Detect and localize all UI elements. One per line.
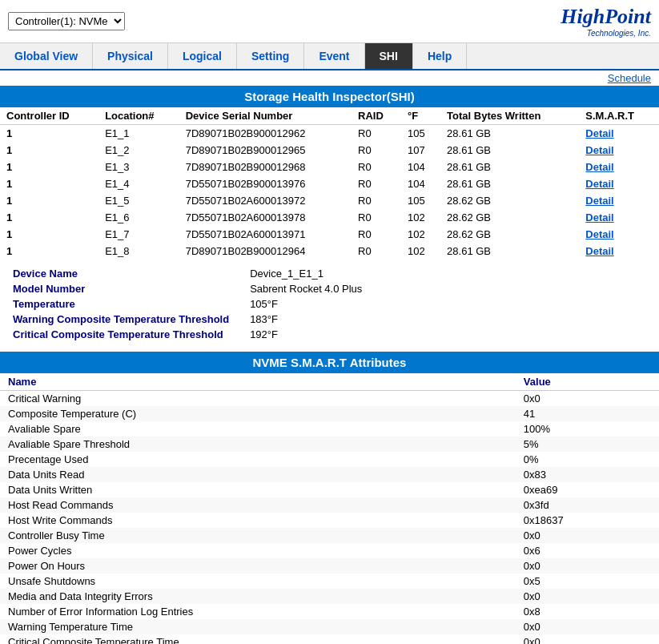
device-info-label: Warning Composite Temperature Threshold <box>8 312 234 327</box>
cell-controller-id: 1 <box>0 159 98 175</box>
smart-attr-name: Data Units Read <box>0 467 516 482</box>
device-info-value: 105°F <box>234 296 367 312</box>
smart-attr-value: 5% <box>516 437 659 452</box>
smart-attr-name: Media and Data Integrity Errors <box>0 589 516 604</box>
cell-raid: R0 <box>352 142 401 159</box>
col-controller-id: Controller ID <box>0 107 98 125</box>
smart-attr-name: Data Units Written <box>0 482 516 497</box>
cell-location: E1_7 <box>98 226 179 243</box>
smart-row: Controller Busy Time 0x0 <box>0 528 659 543</box>
smart-attr-name: Number of Error Information Log Entries <box>0 604 516 619</box>
smart-attr-value: 0x0 <box>516 528 659 543</box>
device-info-value: Sabrent Rocket 4.0 Plus <box>234 281 367 296</box>
smart-attr-value: 0x6 <box>516 543 659 558</box>
smart-row: Critical Composite Temperature Time 0x0 <box>0 634 659 644</box>
smart-attr-name: Critical Composite Temperature Time <box>0 634 516 644</box>
cell-temp: 104 <box>401 175 440 192</box>
cell-controller-id: 1 <box>0 142 98 159</box>
nav-event[interactable]: Event <box>304 43 364 69</box>
smart-attr-value: 0x8 <box>516 604 659 619</box>
col-raid: RAID <box>352 107 401 125</box>
nav-logical[interactable]: Logical <box>168 43 237 69</box>
smart-attr-name: Unsafe Shutdowns <box>0 574 516 589</box>
cell-location: E1_6 <box>98 209 179 226</box>
cell-detail[interactable]: Detail <box>579 142 659 159</box>
cell-serial: 7D89071B02B900012962 <box>179 125 352 143</box>
cell-detail[interactable]: Detail <box>579 209 659 226</box>
cell-total-written: 28.61 GB <box>440 243 579 260</box>
cell-detail[interactable]: Detail <box>579 175 659 192</box>
smart-attr-value: 0x0 <box>516 558 659 574</box>
smart-row: Precentage Used 0% <box>0 452 659 467</box>
smart-attr-value: 41 <box>516 406 659 421</box>
device-info-row: Temperature 105°F <box>8 296 367 312</box>
cell-location: E1_1 <box>98 125 179 143</box>
nav-shi[interactable]: SHI <box>365 43 413 69</box>
cell-location: E1_3 <box>98 159 179 175</box>
cell-raid: R0 <box>352 192 401 209</box>
cell-total-written: 28.62 GB <box>440 209 579 226</box>
device-info-value: 192°F <box>234 327 367 342</box>
cell-raid: R0 <box>352 243 401 260</box>
cell-serial: 7D55071B02B900013976 <box>179 175 352 192</box>
cell-detail[interactable]: Detail <box>579 192 659 209</box>
cell-serial: 7D89071B02B900012964 <box>179 243 352 260</box>
nav-setting[interactable]: Setting <box>237 43 304 69</box>
table-row: 1 E1_6 7D55071B02A600013978 R0 102 28.62… <box>0 209 659 226</box>
device-info-row: Warning Composite Temperature Threshold … <box>8 312 367 327</box>
nav-physical[interactable]: Physical <box>93 43 168 69</box>
cell-raid: R0 <box>352 125 401 143</box>
cell-serial: 7D55071B02A600013978 <box>179 209 352 226</box>
nav-bar: Global View Physical Logical Setting Eve… <box>0 43 659 70</box>
col-total-written: Total Bytes Written <box>440 107 579 125</box>
top-bar: Controller(1): NVMe HighPoint Technologi… <box>0 0 659 43</box>
cell-location: E1_4 <box>98 175 179 192</box>
cell-detail[interactable]: Detail <box>579 226 659 243</box>
cell-raid: R0 <box>352 175 401 192</box>
smart-attr-name: Controller Busy Time <box>0 528 516 543</box>
cell-detail[interactable]: Detail <box>579 125 659 143</box>
table-row: 1 E1_2 7D89071B02B900012965 R0 107 28.61… <box>0 142 659 159</box>
smart-attr-value: 0x0 <box>516 391 659 407</box>
cell-detail[interactable]: Detail <box>579 159 659 175</box>
cell-serial: 7D89071B02B900012965 <box>179 142 352 159</box>
controller-select[interactable]: Controller(1): NVMe <box>8 12 125 30</box>
cell-serial: 7D55071B02A600013972 <box>179 192 352 209</box>
smart-attr-value: 0x83 <box>516 467 659 482</box>
cell-temp: 105 <box>401 125 440 143</box>
cell-total-written: 28.61 GB <box>440 142 579 159</box>
smart-attr-value: 0x18637 <box>516 513 659 528</box>
cell-controller-id: 1 <box>0 175 98 192</box>
cell-controller-id: 1 <box>0 125 98 143</box>
table-row: 1 E1_5 7D55071B02A600013972 R0 105 28.62… <box>0 192 659 209</box>
smart-col-name: Name <box>0 373 516 391</box>
device-info-label: Temperature <box>8 296 234 312</box>
col-temp: °F <box>401 107 440 125</box>
cell-temp: 105 <box>401 192 440 209</box>
smart-attr-name: Warning Temperature Time <box>0 619 516 634</box>
device-info-row: Critical Composite Temperature Threshold… <box>8 327 367 342</box>
smart-attr-name: Host Read Commands <box>0 497 516 513</box>
cell-location: E1_8 <box>98 243 179 260</box>
nav-help[interactable]: Help <box>413 43 467 69</box>
smart-row: Composite Temperature (C) 41 <box>0 406 659 421</box>
cell-temp: 104 <box>401 159 440 175</box>
nav-global-view[interactable]: Global View <box>0 43 93 69</box>
smart-attr-value: 0x0 <box>516 589 659 604</box>
smart-attr-name: Host Write Commands <box>0 513 516 528</box>
schedule-link[interactable]: Schedule <box>608 72 651 84</box>
device-info-row: Model Number Sabrent Rocket 4.0 Plus <box>8 281 367 296</box>
device-info-label: Device Name <box>8 266 234 281</box>
device-info: Device Name Device_1_E1_1 Model Number S… <box>0 260 659 348</box>
cell-total-written: 28.61 GB <box>440 175 579 192</box>
cell-serial: 7D89071B02B900012968 <box>179 159 352 175</box>
device-info-label: Critical Composite Temperature Threshold <box>8 327 234 342</box>
smart-row: Unsafe Shutdowns 0x5 <box>0 574 659 589</box>
cell-serial: 7D55071B02A600013971 <box>179 226 352 243</box>
device-info-label: Model Number <box>8 281 234 296</box>
cell-total-written: 28.61 GB <box>440 125 579 143</box>
smart-attr-name: Power On Hours <box>0 558 516 574</box>
cell-raid: R0 <box>352 159 401 175</box>
cell-detail[interactable]: Detail <box>579 243 659 260</box>
smart-row: Data Units Written 0xea69 <box>0 482 659 497</box>
